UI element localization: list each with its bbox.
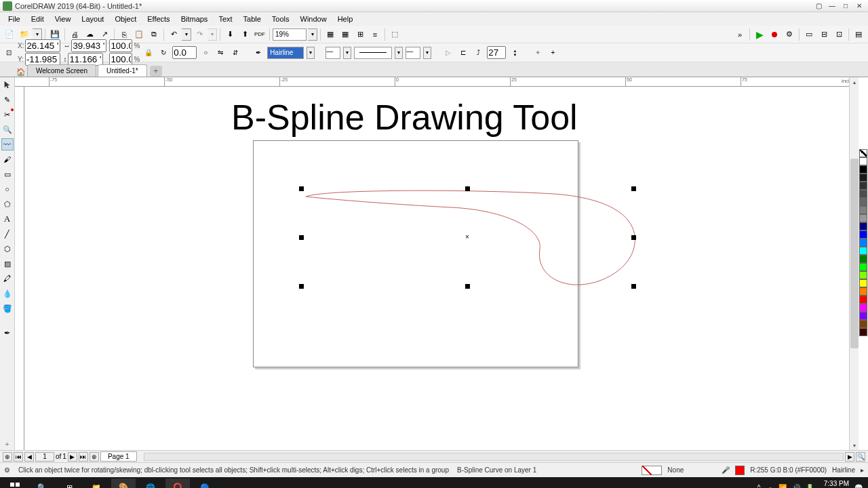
color-swatch-10[interactable] [859, 239, 867, 247]
color-swatch-5[interactable] [859, 198, 867, 206]
color-swatch-9[interactable] [859, 230, 867, 239]
text-tool[interactable]: A [1, 213, 14, 225]
outline-color-swatch[interactable] [735, 466, 745, 475]
end-arrow-dropdown[interactable]: ▾ [423, 47, 431, 59]
transparency-tool[interactable]: 🖍 [1, 272, 14, 285]
tray-battery-icon[interactable]: 🔋 [806, 484, 814, 489]
export2-button[interactable]: ⬆ [238, 28, 252, 41]
quick-customize-button[interactable]: + [1, 438, 14, 450]
table-button[interactable]: ⊞ [353, 28, 367, 41]
vertical-ruler[interactable] [15, 87, 24, 450]
dockers-button[interactable]: ▤ [852, 28, 865, 41]
connector-tool[interactable]: ⬡ [1, 243, 14, 255]
menu-effects[interactable]: Effects [142, 14, 175, 24]
next-page-button[interactable]: ▶ [68, 452, 77, 462]
menu-layout[interactable]: Layout [76, 14, 109, 24]
scroll-down-arrow[interactable]: ▾ [850, 441, 859, 449]
color-swatch-13[interactable] [859, 263, 867, 271]
rectangle-tool[interactable]: ▭ [1, 168, 14, 180]
close-button[interactable]: ✕ [853, 1, 865, 11]
tray-expand-icon[interactable]: ^ [757, 484, 761, 489]
clone-button[interactable]: ⧉ [147, 28, 161, 41]
outline-width-input[interactable] [267, 47, 304, 59]
color-swatch-1[interactable] [859, 165, 867, 174]
rotation-input[interactable] [172, 46, 197, 59]
redo-button[interactable]: ↷ [193, 28, 206, 41]
menu-table[interactable]: Table [238, 14, 267, 24]
menu-bitmaps[interactable]: Bitmaps [176, 14, 214, 24]
close-curve-button[interactable]: ⊏ [457, 47, 469, 59]
lock-ratio-button[interactable]: 🔒 [142, 47, 155, 59]
task-view-button[interactable]: ⊞ [57, 479, 81, 488]
selection-handle-mr[interactable] [631, 235, 636, 240]
parallel-dim-tool[interactable]: ╱ [1, 228, 14, 240]
help-context-icon[interactable]: ▢ [812, 1, 825, 11]
color-swatch-20[interactable] [859, 320, 867, 328]
add-page-button[interactable]: ⊕ [3, 452, 12, 462]
color-swatch-12[interactable] [859, 255, 867, 263]
color-swatch-2[interactable] [859, 174, 867, 182]
color-swatch-14[interactable] [859, 271, 867, 279]
home-icon[interactable]: 🏠 [15, 68, 27, 77]
fill-tool[interactable]: 🪣 [1, 302, 14, 314]
outline-width-dropdown[interactable]: ▾ [307, 47, 315, 59]
zoom-dropdown[interactable]: ▾ [308, 28, 317, 41]
no-color-swatch[interactable] [859, 149, 867, 157]
color-swatch-19[interactable] [859, 312, 867, 320]
scroll-thumb[interactable] [850, 159, 859, 348]
color-swatch-4[interactable] [859, 190, 867, 198]
taskbar-app-4[interactable]: 🔵 [193, 479, 217, 488]
color-swatch-21[interactable] [859, 328, 867, 336]
undo-button[interactable]: ↶ [167, 28, 180, 41]
drop-shadow-tool[interactable]: ▨ [1, 258, 14, 270]
options-button[interactable]: » [733, 28, 747, 41]
add-page-after-button[interactable]: ⊕ [90, 452, 99, 462]
menu-file[interactable]: File [3, 14, 26, 24]
selection-handle-tr[interactable] [631, 186, 636, 191]
segments-spinner[interactable]: ▲▼ [509, 47, 521, 59]
menu-tools[interactable]: Tools [267, 14, 295, 24]
selection-handle-ml[interactable] [299, 235, 304, 240]
scroll-right-button[interactable]: ▶ [845, 452, 854, 462]
zoom-tool[interactable]: 🔍 [1, 123, 14, 136]
drawing-canvas[interactable]: B-Spline Drawing Tool × [24, 87, 849, 450]
bspline-curve[interactable] [296, 182, 648, 304]
selection-handle-tl[interactable] [299, 186, 304, 191]
guides-button[interactable]: ≡ [368, 28, 382, 41]
color-swatch-17[interactable] [859, 296, 867, 304]
file-explorer-button[interactable]: 📁 [84, 479, 108, 488]
freehand-tool[interactable]: 〰 [1, 138, 14, 150]
selection-handle-bm[interactable] [465, 284, 470, 289]
redo-dropdown[interactable]: ▾ [208, 28, 217, 41]
object-origin-icon[interactable]: ⊡ [3, 47, 15, 59]
start-arrow-dropdown[interactable]: ▾ [343, 47, 351, 59]
tab-document[interactable]: Untitled-1* [98, 64, 147, 77]
color-swatch-15[interactable] [859, 279, 867, 287]
fullscreen-button[interactable]: ▦ [323, 28, 337, 41]
color-swatch-0[interactable] [859, 157, 867, 165]
color-swatch-6[interactable] [859, 206, 867, 214]
menu-edit[interactable]: Edit [26, 14, 50, 24]
menu-text[interactable]: Text [213, 14, 237, 24]
outline-tool[interactable]: ✒ [1, 327, 14, 339]
start-button[interactable] [3, 479, 27, 488]
taskbar-app-1[interactable]: 🎨 [111, 479, 136, 488]
menu-view[interactable]: View [50, 14, 77, 24]
scroll-up-arrow[interactable]: ▴ [850, 78, 859, 86]
scale-x-input[interactable] [109, 39, 132, 52]
open-dropdown[interactable]: ▾ [33, 28, 42, 41]
add-tab-button[interactable]: + [150, 66, 162, 77]
window-tile-button[interactable]: ⊟ [817, 28, 831, 41]
ellipse-tool[interactable]: ○ [1, 183, 14, 195]
script-button[interactable]: ⚙ [783, 28, 796, 41]
shape-tool[interactable]: ✎ [1, 94, 14, 106]
menu-help[interactable]: Help [332, 14, 359, 24]
color-swatch-18[interactable] [859, 304, 867, 312]
grid-button[interactable]: ▦ [338, 28, 352, 41]
launch-button[interactable]: ▭ [802, 28, 816, 41]
vertical-scrollbar[interactable]: ▴ ▾ [849, 77, 859, 450]
tray-onedrive-icon[interactable]: ☁ [766, 484, 773, 489]
rotation-center-icon[interactable]: ○ [199, 47, 212, 59]
last-page-button[interactable]: ⏭ [79, 452, 88, 462]
pick-tool[interactable] [1, 79, 14, 91]
